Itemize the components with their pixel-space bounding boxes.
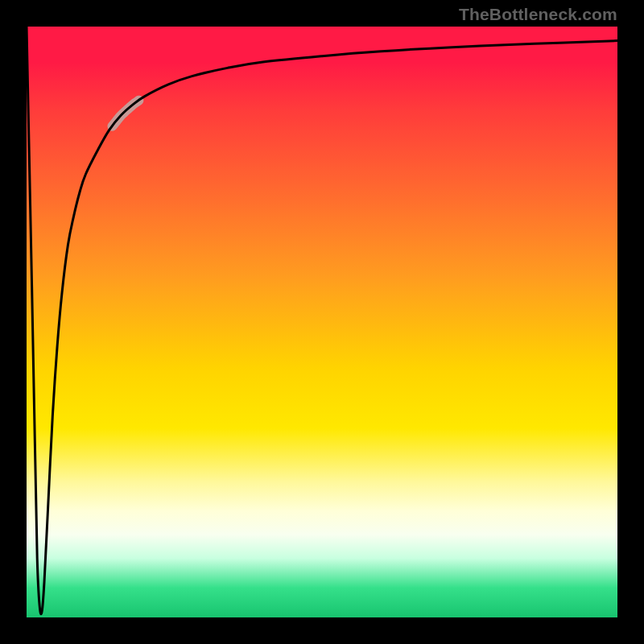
curve-svg [27,27,617,617]
outer-frame: TheBottleneck.com [0,0,644,644]
curve-line [27,27,617,614]
attribution-label: TheBottleneck.com [459,5,617,24]
plot-area [27,27,617,617]
